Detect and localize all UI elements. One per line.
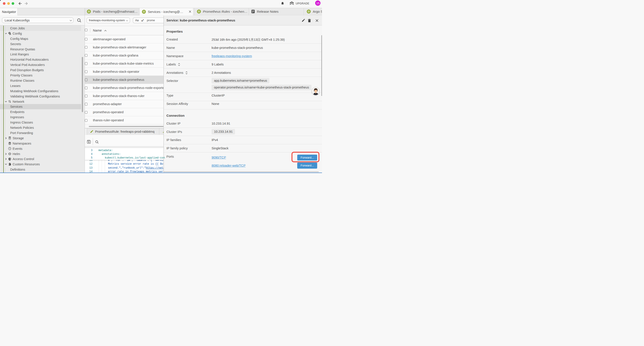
svg-text:HELM: HELM (8, 153, 11, 154)
